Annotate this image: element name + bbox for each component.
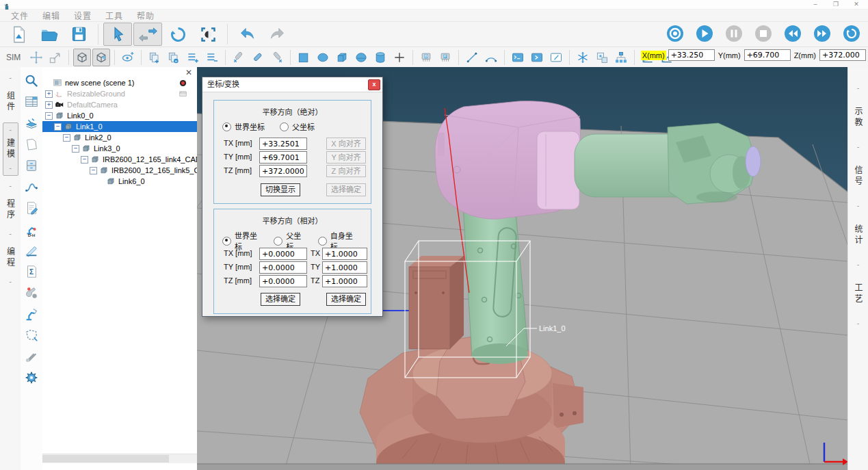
tool-ball-button[interactable] <box>24 285 39 300</box>
toggle-display-button[interactable]: 切换显示 <box>261 183 300 196</box>
tab-编程[interactable]: 编程 <box>5 247 16 269</box>
duplicate-sync-button[interactable]: e <box>165 49 183 66</box>
tools-wrench-button[interactable] <box>24 349 39 364</box>
menu-item-3[interactable]: 工具 <box>98 10 130 21</box>
absolute-radio-0[interactable]: 世界坐标 <box>222 121 265 132</box>
copy-node-button[interactable] <box>593 49 611 66</box>
relative-confirm-left-button[interactable]: 选择确定 <box>261 293 300 306</box>
tree-item[interactable]: +DefaultCamera <box>42 99 197 110</box>
shape-square-button[interactable] <box>295 49 313 66</box>
robot-forearm[interactable] <box>575 123 761 204</box>
step-forward-button[interactable] <box>813 24 832 43</box>
brush-flag-button[interactable] <box>268 49 286 66</box>
duplicate-add-button[interactable] <box>146 49 163 66</box>
tz-step-input[interactable] <box>322 275 367 287</box>
tab-信号[interactable]: 信号 <box>852 166 864 187</box>
arc-tool-button[interactable] <box>482 49 500 66</box>
tree-item[interactable]: −IRB2600_12_165_link4_CAD_01_0 <box>42 154 197 165</box>
tree-horizontal-scrollbar[interactable] <box>42 454 197 463</box>
tz-absolute-input[interactable] <box>259 165 307 177</box>
save-file-button[interactable] <box>64 23 93 46</box>
move-gizmo-button[interactable] <box>27 49 45 66</box>
expander-toggle[interactable]: − <box>90 167 97 174</box>
snowflake-button[interactable] <box>574 49 592 66</box>
y-coordinate-input[interactable] <box>744 49 791 61</box>
pause-button[interactable] <box>724 24 744 43</box>
absolute-radio-1[interactable]: 父坐标 <box>280 121 315 132</box>
dialog-close-button[interactable]: x <box>368 79 380 90</box>
eye-add-button[interactable] <box>119 49 137 66</box>
step-back-button[interactable] <box>783 24 802 43</box>
drawer-button[interactable] <box>24 158 39 173</box>
ground-icon[interactable] <box>179 90 187 99</box>
spline-button[interactable] <box>24 179 39 194</box>
sigma-doc-button[interactable]: Σ <box>24 264 39 279</box>
reset-button[interactable] <box>842 24 861 43</box>
tab-程序[interactable]: 程序 <box>5 199 16 221</box>
tree-item[interactable]: −IRB2600_12_165_link5_CAD_02_ <box>42 165 197 176</box>
terminal-slash-button[interactable] <box>547 49 565 66</box>
tree-item[interactable]: new scene (scene 1) <box>42 77 197 88</box>
robot-motor-box[interactable] <box>409 256 464 349</box>
brush-button[interactable] <box>249 49 267 66</box>
tree-node-button[interactable] <box>612 49 630 66</box>
tree-item[interactable]: −Link3_0 <box>42 143 197 154</box>
scale-tool-button[interactable] <box>47 49 64 66</box>
list-remove-button[interactable] <box>203 49 221 66</box>
expander-toggle[interactable]: + <box>45 101 53 109</box>
robot-measure-button[interactable] <box>24 306 39 322</box>
rotate-tool-button[interactable] <box>163 23 192 46</box>
brush-x-button[interactable] <box>230 49 248 66</box>
ty-step-input[interactable] <box>322 261 367 274</box>
expander-toggle[interactable]: − <box>45 112 53 120</box>
shape-ellipse-button[interactable] <box>314 49 332 66</box>
tree-item[interactable]: −Link0_0 <box>42 110 197 121</box>
tz-relative-input[interactable] <box>259 275 307 287</box>
restore-button[interactable]: ❐ <box>826 0 846 8</box>
open-file-button[interactable] <box>34 23 63 46</box>
tree-item[interactable]: Link6_0 <box>42 176 197 187</box>
terminal-prompt-button[interactable] <box>509 49 527 66</box>
undo-button[interactable] <box>233 23 261 46</box>
y-align-button[interactable]: Y 向对齐 <box>326 151 366 164</box>
expander-toggle[interactable]: − <box>72 145 79 153</box>
record-button[interactable] <box>666 24 685 43</box>
search-button[interactable] <box>24 73 39 88</box>
terminal-play-button[interactable] <box>528 49 546 66</box>
tree-item[interactable]: +ResizableGround <box>42 88 197 99</box>
close-button[interactable]: ✕ <box>846 0 867 8</box>
shape-cylinder-button[interactable] <box>371 49 389 66</box>
x-align-button[interactable]: X 向对齐 <box>326 138 366 150</box>
cube-wireframe-button[interactable] <box>73 49 91 66</box>
play-button[interactable] <box>695 24 714 43</box>
tab-建模-selected[interactable]: -建模- <box>3 122 18 176</box>
line-tool-button[interactable] <box>463 49 481 66</box>
scrollbar-thumb[interactable] <box>42 455 169 462</box>
tx-step-input[interactable] <box>322 248 367 260</box>
absolute-confirm-button[interactable]: 选择确定 <box>326 183 366 196</box>
tab-工艺[interactable]: 工艺 <box>852 283 864 305</box>
settings-gear-button[interactable] <box>24 370 39 385</box>
select-tool-button[interactable] <box>103 23 132 46</box>
new-file-button[interactable] <box>4 23 33 46</box>
ty-relative-input[interactable] <box>259 261 307 274</box>
menu-item-0[interactable]: 文件 <box>4 10 36 21</box>
menu-item-1[interactable]: 编辑 <box>36 10 67 21</box>
tab-统计[interactable]: 统计 <box>852 224 864 246</box>
shape-sphere-button[interactable] <box>352 49 370 66</box>
table-view-button[interactable] <box>24 94 39 109</box>
robot-tool-tip[interactable] <box>746 146 761 177</box>
relative-confirm-right-button[interactable]: 选择确定 <box>326 293 366 306</box>
tree-item[interactable]: −Link2_0 <box>42 132 197 143</box>
expander-toggle[interactable]: − <box>63 134 70 142</box>
chip-d-button[interactable]: D <box>417 49 435 66</box>
expander-toggle[interactable]: − <box>54 123 62 131</box>
lasso-button[interactable] <box>24 328 39 343</box>
edit-doc-button[interactable] <box>24 200 39 216</box>
plus-tool-button[interactable] <box>391 49 408 66</box>
tx-absolute-input[interactable] <box>259 138 307 150</box>
z-align-button[interactable]: Z 向对齐 <box>326 165 366 177</box>
measure-ruler-button[interactable] <box>24 243 39 258</box>
expander-toggle[interactable]: + <box>45 90 53 98</box>
z-coordinate-input[interactable] <box>819 49 866 61</box>
